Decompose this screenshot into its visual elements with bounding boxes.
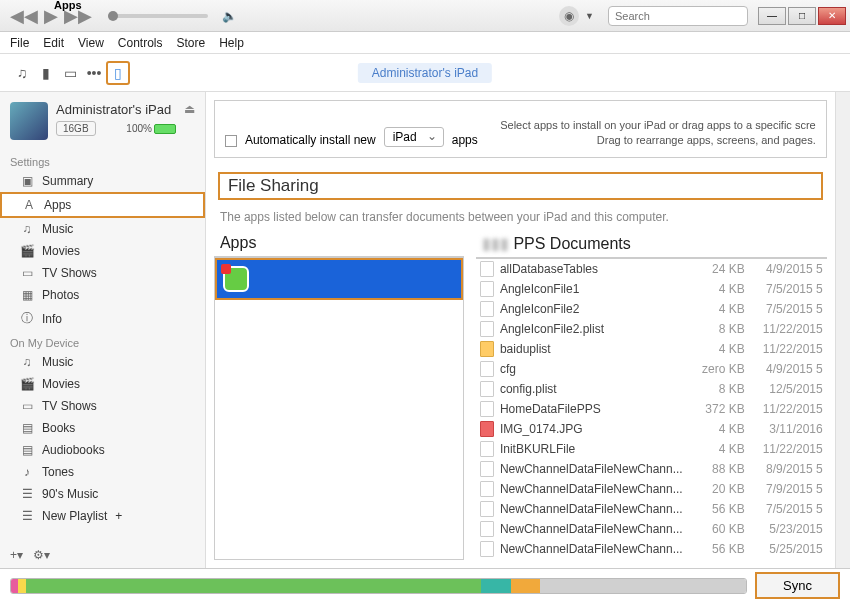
sidebar-item-icon: ▦ <box>20 288 34 302</box>
sidebar-item-new-playlist[interactable]: ☰New Playlist+ <box>0 505 205 527</box>
file-name: baiduplist <box>500 342 683 356</box>
menu-store[interactable]: Store <box>177 36 206 50</box>
sidebar-item-icon: 🎬 <box>20 244 34 258</box>
document-row[interactable]: cfgzero KB4/9/2015 5 <box>476 359 827 379</box>
apps-column-header: Apps <box>214 230 464 257</box>
progress-slider[interactable] <box>108 14 208 18</box>
auto-install-select[interactable]: iPad <box>384 127 444 147</box>
add-icon[interactable]: + <box>115 509 122 523</box>
storage-segment <box>11 579 18 593</box>
sidebar-item-90-s-music[interactable]: ☰90's Music <box>0 483 205 505</box>
menu-view[interactable]: View <box>78 36 104 50</box>
file-icon <box>480 501 494 517</box>
menu-help[interactable]: Help <box>219 36 244 50</box>
document-row[interactable]: NewChannelDataFileNewChann...56 KB7/5/20… <box>476 499 827 519</box>
storage-apps-label: Apps <box>54 0 82 592</box>
storage-bar: Sync <box>0 568 850 602</box>
sidebar-item-apps[interactable]: AApps <box>0 192 205 218</box>
sidebar-item-icon: ▭ <box>20 266 34 280</box>
document-row[interactable]: config.plist8 KB12/5/2015 <box>476 379 827 399</box>
sidebar-item-music[interactable]: ♫Music <box>0 351 205 373</box>
file-size: 56 KB <box>689 502 745 516</box>
sync-button[interactable]: Sync <box>755 572 840 599</box>
sidebar-item-movies[interactable]: 🎬Movies <box>0 373 205 395</box>
menu-controls[interactable]: Controls <box>118 36 163 50</box>
file-name: cfg <box>500 362 683 376</box>
file-size: 4 KB <box>689 422 745 436</box>
file-icon <box>480 541 494 557</box>
document-row[interactable]: HomeDataFilePPS372 KB11/22/2015 <box>476 399 827 419</box>
playback-controls: ◀◀ ▶ ▶▶ 🔈 <box>10 5 236 27</box>
settings-gear-icon[interactable]: ⚙▾ <box>33 548 50 562</box>
sidebar-item-icon: ♫ <box>20 222 34 236</box>
sidebar-item-icon: ▣ <box>20 174 34 188</box>
document-row[interactable]: NewChannelDataFileNewChann...88 KB8/9/20… <box>476 459 827 479</box>
minimize-button[interactable]: — <box>758 7 786 25</box>
maximize-button[interactable]: □ <box>788 7 816 25</box>
document-row[interactable]: AngleIconFile14 KB7/5/2015 5 <box>476 279 827 299</box>
document-row[interactable]: NewChannelDataFileNewChann...60 KB5/23/2… <box>476 519 827 539</box>
document-row[interactable]: baiduplist4 KB11/22/2015 <box>476 339 827 359</box>
file-size: 4 KB <box>689 302 745 316</box>
document-row[interactable]: NewChannelDataFileNewChann...56 KB5/10/2… <box>476 559 827 560</box>
sidebar-item-tv-shows[interactable]: ▭TV Shows <box>0 262 205 284</box>
document-row[interactable]: NewChannelDataFileNewChann...20 KB7/9/20… <box>476 479 827 499</box>
eject-icon[interactable]: ⏏ <box>184 102 195 116</box>
sidebar-footer: +▾ ⚙▾ <box>0 542 205 568</box>
document-row[interactable]: AngleIconFile2.plist8 KB11/22/2015 <box>476 319 827 339</box>
file-date: 5/23/2015 <box>751 522 823 536</box>
sidebar-item-info[interactable]: ⓘInfo <box>0 306 205 331</box>
file-name: IMG_0174.JPG <box>500 422 683 436</box>
file-size: 20 KB <box>689 482 745 496</box>
auto-install-checkbox[interactable] <box>225 135 237 147</box>
device-tab-icon[interactable]: ▯ <box>106 61 130 85</box>
sidebar-item-photos[interactable]: ▦Photos <box>0 284 205 306</box>
document-row[interactable]: IMG_0174.JPG4 KB3/11/2016 <box>476 419 827 439</box>
sidebar-item-icon: ▤ <box>20 421 34 435</box>
scrollbar[interactable] <box>835 92 850 568</box>
file-icon <box>480 281 494 297</box>
sidebar-item-summary[interactable]: ▣Summary <box>0 170 205 192</box>
sidebar-item-music[interactable]: ♫Music <box>0 218 205 240</box>
prev-icon[interactable]: ◀◀ <box>10 5 38 27</box>
document-row[interactable]: InitBKURLFile4 KB11/22/2015 <box>476 439 827 459</box>
auto-install-hint: Select apps to install on your iPad or d… <box>500 118 816 147</box>
sidebar-item-movies[interactable]: 🎬Movies <box>0 240 205 262</box>
documents-list[interactable]: allDatabaseTables24 KB4/9/2015 5AngleIco… <box>476 258 827 560</box>
battery-icon <box>154 124 176 134</box>
file-sharing-sub: The apps listed below can transfer docum… <box>206 204 835 230</box>
close-button[interactable]: ✕ <box>818 7 846 25</box>
sidebar-item-icon: ☰ <box>20 487 34 501</box>
file-size: 24 KB <box>689 262 745 276</box>
file-date: 11/22/2015 <box>751 322 823 336</box>
account-icon[interactable]: ◉ <box>559 6 579 26</box>
file-name: NewChannelDataFileNewChann... <box>500 542 683 556</box>
more-tab-icon[interactable]: ••• <box>82 65 106 81</box>
sidebar-item-icon: ▭ <box>20 399 34 413</box>
search-input[interactable] <box>608 6 748 26</box>
file-size: 88 KB <box>689 462 745 476</box>
document-row[interactable]: NewChannelDataFileNewChann...56 KB5/25/2… <box>476 539 827 559</box>
account-dropdown-icon[interactable]: ▼ <box>585 11 594 21</box>
sidebar-item-tv-shows[interactable]: ▭TV Shows <box>0 395 205 417</box>
file-name: AngleIconFile2 <box>500 302 683 316</box>
title-bar: ◀◀ ▶ ▶▶ 🔈 ◉ ▼ — □ ✕ <box>0 0 850 32</box>
app-row-selected[interactable] <box>215 258 463 300</box>
volume-icon[interactable]: 🔈 <box>222 9 236 23</box>
add-button-icon[interactable]: +▾ <box>10 548 23 562</box>
apps-list[interactable] <box>214 257 464 560</box>
sidebar-item-books[interactable]: ▤Books <box>0 417 205 439</box>
menu-file[interactable]: File <box>10 36 29 50</box>
sidebar-item-audiobooks[interactable]: ▤Audiobooks <box>0 439 205 461</box>
storage-segment <box>511 579 540 593</box>
device-header: Administrator's iPad 16GB 100% ⏏ <box>0 92 205 150</box>
document-row[interactable]: AngleIconFile24 KB7/5/2015 5 <box>476 299 827 319</box>
file-icon <box>480 321 494 337</box>
music-tab-icon[interactable]: ♫ <box>10 65 34 81</box>
sidebar-item-tones[interactable]: ♪Tones <box>0 461 205 483</box>
document-row[interactable]: allDatabaseTables24 KB4/9/2015 5 <box>476 259 827 279</box>
file-size: 56 KB <box>689 542 745 556</box>
device-name-pill[interactable]: Administrator's iPad <box>358 63 492 83</box>
battery-label: 100% <box>126 123 176 134</box>
sidebar-item-icon: A <box>22 198 36 212</box>
